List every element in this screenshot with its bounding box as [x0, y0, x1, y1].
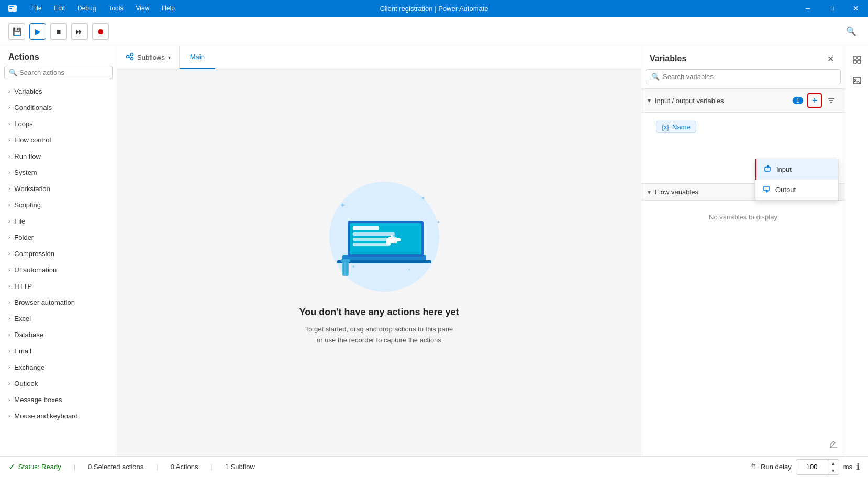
maximize-button[interactable]: □ [820, 0, 844, 17]
action-item-run-flow[interactable]: › Run flow [0, 148, 117, 164]
canvas-illustration: ✦ ✦ ✦ ✦ ✦ [311, 179, 447, 294]
dropdown-item-output[interactable]: Output [755, 180, 838, 200]
io-variables-section-header[interactable]: ▾ Input / output variables 1 + [641, 88, 845, 113]
window-controls: ─ □ ✕ [796, 0, 868, 17]
variables-search-box[interactable]: 🔍 [646, 69, 841, 84]
stop-button[interactable]: ■ [50, 23, 67, 40]
action-item-message-boxes[interactable]: › Message boxes [0, 392, 117, 408]
title-bar: File Edit Debug Tools View Help Client r… [0, 0, 868, 17]
action-item-email[interactable]: › Email [0, 343, 117, 359]
io-section-title: Input / output variables [655, 97, 793, 105]
action-label: Excel [14, 315, 31, 323]
action-label: Mouse and keyboard [14, 412, 77, 420]
window-title: Client registration | Power Automate [380, 5, 488, 13]
assets-icon[interactable] [848, 50, 866, 69]
chevron-right-icon: › [8, 299, 10, 305]
action-item-workstation[interactable]: › Workstation [0, 181, 117, 197]
save-button[interactable]: 💾 [8, 23, 25, 40]
record-button[interactable]: ⏺ [92, 23, 109, 40]
dropdown-input-label: Input [776, 165, 792, 173]
action-item-loops[interactable]: › Loops [0, 116, 117, 132]
action-label: System [14, 169, 37, 176]
menu-file[interactable]: File [25, 3, 48, 14]
close-variables-button[interactable]: ✕ [824, 52, 837, 65]
add-variable-button[interactable]: + [807, 93, 822, 108]
chevron-down-icon: ▾ [648, 97, 651, 104]
action-label: Workstation [14, 185, 50, 193]
status-ready: ✓ Status: Ready [8, 462, 61, 472]
action-item-database[interactable]: › Database [0, 327, 117, 343]
actions-search-box[interactable]: 🔍 [4, 66, 113, 79]
action-item-mouse-keyboard[interactable]: › Mouse and keyboard [0, 408, 117, 424]
input-icon [764, 164, 772, 174]
action-item-browser-automation[interactable]: › Browser automation [0, 294, 117, 310]
action-item-conditionals[interactable]: › Conditionals [0, 99, 117, 116]
status-text: Status: Ready [18, 463, 61, 471]
info-icon[interactable]: ℹ [856, 462, 860, 472]
action-item-flow-control[interactable]: › Flow control [0, 132, 117, 148]
chevron-right-icon: › [8, 153, 10, 159]
run-delay-up[interactable]: ▲ [828, 460, 839, 467]
variables-header: Variables ✕ [641, 46, 845, 69]
run-delay-input[interactable] [796, 461, 828, 473]
toolbar: 💾 ▶ ■ ⏭ ⏺ 🔍 [0, 17, 868, 46]
action-item-excel[interactable]: › Excel [0, 310, 117, 327]
action-item-scripting[interactable]: › Scripting [0, 197, 117, 213]
action-label: Run flow [14, 152, 41, 160]
chevron-right-icon: › [8, 397, 10, 403]
action-item-ui-automation[interactable]: › UI automation [0, 262, 117, 278]
no-variables-message: No variables to display [641, 201, 845, 234]
action-item-folder[interactable]: › Folder [0, 229, 117, 246]
play-button[interactable]: ▶ [29, 23, 46, 40]
tab-subflows[interactable]: Subflows ▾ [117, 46, 180, 69]
variable-name-tag[interactable]: {x} Name [656, 121, 696, 133]
dropdown-item-input[interactable]: Input [755, 159, 838, 180]
tab-main[interactable]: Main [180, 46, 215, 69]
clear-button[interactable] [828, 439, 839, 452]
menu-view[interactable]: View [129, 3, 155, 14]
search-variables-input[interactable] [663, 73, 835, 81]
minimize-button[interactable]: ─ [796, 0, 820, 17]
run-delay-section: ⏱ Run delay ▲ ▼ ms ℹ [750, 459, 860, 475]
action-item-variables[interactable]: › Variables [0, 83, 117, 99]
action-item-file[interactable]: › File [0, 213, 117, 229]
app-icon [4, 0, 21, 17]
image-icon[interactable] [848, 71, 866, 90]
svg-rect-19 [353, 232, 395, 236]
action-item-outlook[interactable]: › Outlook [0, 375, 117, 392]
action-item-exchange[interactable]: › Exchange [0, 359, 117, 375]
action-item-http[interactable]: › HTTP [0, 278, 117, 294]
run-delay-down[interactable]: ▼ [828, 467, 839, 474]
chevron-right-icon: › [8, 137, 10, 143]
svg-rect-0 [8, 5, 17, 12]
menu-tools[interactable]: Tools [102, 3, 129, 14]
action-label: Browser automation [14, 298, 75, 306]
chevron-right-icon: › [8, 105, 10, 110]
menu-edit[interactable]: Edit [48, 3, 71, 14]
action-label: File [14, 217, 25, 225]
status-divider: | [74, 463, 75, 471]
menu-help[interactable]: Help [155, 3, 181, 14]
svg-rect-38 [764, 186, 769, 191]
svg-text:✦: ✦ [421, 195, 425, 201]
action-item-system[interactable]: › System [0, 164, 117, 181]
step-button[interactable]: ⏭ [71, 23, 88, 40]
search-icon: 🔍 [9, 69, 17, 76]
chevron-right-icon: › [8, 283, 10, 289]
svg-rect-27 [386, 238, 401, 241]
search-button[interactable]: 🔍 [843, 23, 860, 40]
action-item-compression[interactable]: › Compression [0, 246, 117, 262]
chevron-right-icon: › [8, 348, 10, 354]
svg-rect-42 [858, 56, 861, 59]
variables-panel: Variables ✕ 🔍 ▾ Input / output variables… [641, 46, 845, 456]
filter-button[interactable] [824, 93, 839, 108]
actions-list: › Variables › Conditionals › Loops › Flo… [0, 83, 117, 456]
run-delay-label: Run delay [761, 463, 792, 471]
search-actions-input[interactable] [19, 69, 108, 76]
action-label: Outlook [14, 380, 38, 387]
close-button[interactable]: ✕ [844, 0, 868, 17]
svg-rect-20 [353, 238, 387, 241]
action-label: UI automation [14, 266, 57, 274]
tab-main-label: Main [190, 53, 205, 61]
menu-debug[interactable]: Debug [71, 3, 102, 14]
